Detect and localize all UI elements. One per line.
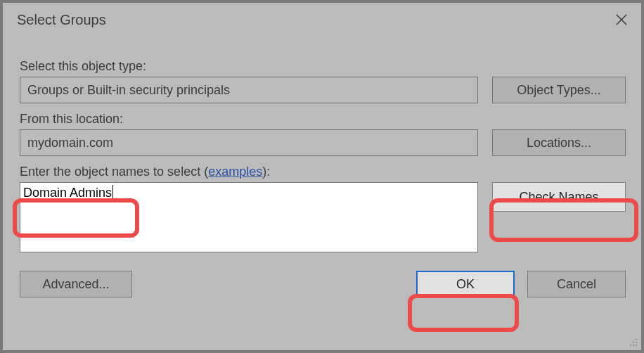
titlebar: Select Groups bbox=[3, 3, 641, 37]
object-names-input[interactable]: Domain Admins bbox=[20, 182, 478, 252]
cancel-button[interactable]: Cancel bbox=[527, 271, 626, 297]
object-type-field: Groups or Built-in security principals bbox=[20, 77, 478, 103]
close-button[interactable] bbox=[602, 3, 641, 37]
svg-point-6 bbox=[633, 345, 634, 346]
close-icon bbox=[615, 13, 628, 26]
locations-button[interactable]: Locations... bbox=[492, 129, 626, 156]
location-field: mydomain.com bbox=[20, 129, 478, 156]
object-names-value: Domain Admins bbox=[23, 185, 113, 201]
svg-point-7 bbox=[636, 345, 637, 346]
resize-grip-icon bbox=[628, 337, 639, 348]
svg-point-4 bbox=[636, 342, 637, 343]
object-type-label: Select this object type: bbox=[20, 59, 626, 74]
dialog-title: Select Groups bbox=[17, 12, 106, 28]
svg-point-3 bbox=[633, 342, 634, 343]
svg-point-2 bbox=[636, 339, 637, 340]
advanced-button[interactable]: Advanced... bbox=[20, 271, 132, 297]
svg-point-5 bbox=[630, 345, 631, 346]
enter-names-label: Enter the object names to select (exampl… bbox=[20, 165, 626, 179]
object-types-button[interactable]: Object Types... bbox=[492, 77, 626, 103]
ok-button[interactable]: OK bbox=[416, 271, 515, 297]
check-names-button[interactable]: Check Names bbox=[492, 182, 626, 212]
dialog-content: Select this object type: Groups or Built… bbox=[3, 37, 641, 304]
examples-link[interactable]: examples bbox=[208, 165, 262, 179]
location-label: From this location: bbox=[20, 112, 626, 127]
select-groups-dialog: Select Groups Select this object type: G… bbox=[2, 2, 642, 351]
